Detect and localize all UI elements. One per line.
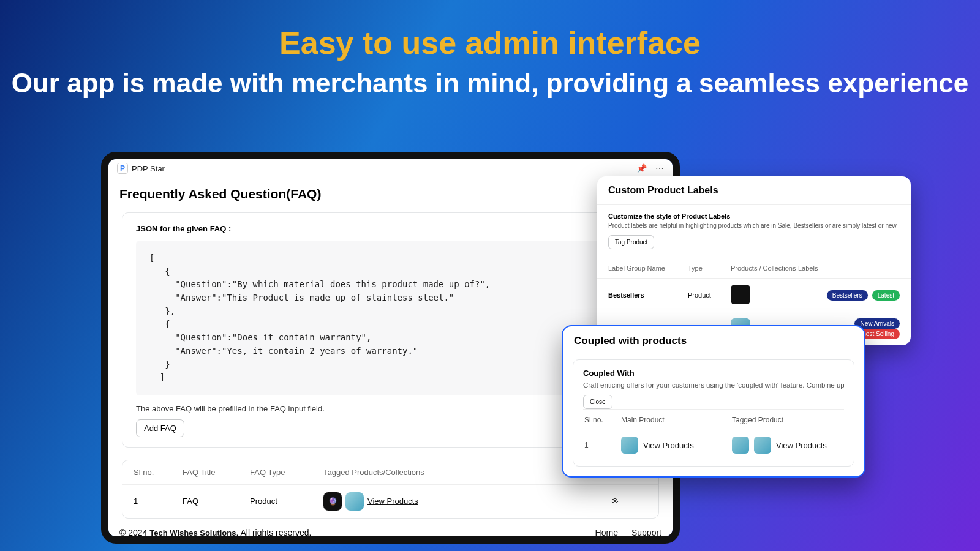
coupled-row: 1 View Products View Products — [583, 430, 844, 460]
app-topbar: P PDP Star 📌 ⋯ — [108, 159, 673, 178]
product-thumb-icon — [621, 437, 638, 454]
label-group-name: Bestsellers — [608, 291, 688, 299]
faq-table-row: 1 FAQ Product 🔮 View Products 👁 — [123, 485, 658, 518]
coupled-col-sl: Sl no. — [584, 416, 621, 424]
coupled-card-desc: Craft enticing offers for your customers… — [583, 381, 844, 389]
col-type: FAQ Type — [250, 468, 323, 477]
more-icon[interactable]: ⋯ — [655, 163, 664, 173]
cell-title: FAQ — [183, 497, 250, 506]
json-label: JSON for the given FAQ : — [136, 224, 645, 233]
labels-col-type: Type — [688, 264, 731, 272]
coupled-col-tagged: Tagged Product — [732, 416, 843, 424]
pin-icon[interactable]: 📌 — [636, 163, 647, 173]
copyright-suffix: . All rights reserved. — [236, 528, 311, 538]
coupled-sl: 1 — [584, 441, 621, 449]
add-faq-button[interactable]: Add FAQ — [136, 419, 184, 437]
product-thumb-icon — [754, 437, 771, 454]
custom-labels-panel: Custom Product Labels Customize the styl… — [597, 176, 911, 345]
coupled-col-main: Main Product — [621, 416, 732, 424]
col-title: FAQ Title — [183, 468, 250, 477]
coupled-title: Coupled with products — [563, 326, 864, 356]
col-sl: Sl no. — [134, 468, 183, 477]
product-thumb-icon — [345, 492, 364, 511]
product-thumb-icon — [731, 285, 750, 304]
view-products-link[interactable]: View Products — [776, 441, 827, 450]
label-pill: Bestsellers — [827, 290, 868, 301]
labels-panel-title: Custom Product Labels — [597, 176, 911, 205]
cell-sl: 1 — [134, 497, 183, 506]
company-link[interactable]: Tech Wishes Solutions — [149, 528, 236, 538]
app-logo-icon: P — [117, 163, 128, 174]
labels-col-pc: Products / Collections — [731, 264, 798, 272]
labels-row: Bestsellers Product Bestsellers Latest — [597, 278, 911, 312]
page-title: Frequently Asked Question(FAQ) — [108, 178, 673, 210]
coupled-card-heading: Coupled With — [583, 369, 844, 378]
labels-sub-heading: Customize the style of Product Labels — [608, 212, 900, 220]
view-products-link[interactable]: View Products — [643, 441, 694, 450]
labels-col-labels: Labels — [798, 264, 900, 272]
close-button[interactable]: Close — [583, 395, 612, 409]
copyright-prefix: © 2024 — [119, 528, 149, 538]
label-type: Product — [688, 291, 731, 299]
app-name: PDP Star — [132, 164, 165, 173]
coupled-panel: Coupled with products Coupled With Craft… — [562, 325, 865, 478]
labels-col-name: Label Group Name — [608, 264, 688, 272]
hero-subtitle: Our app is made with merchants in mind, … — [0, 66, 980, 100]
labels-sub-desc: Product labels are helpful in highlighti… — [608, 222, 900, 229]
view-products-link[interactable]: View Products — [368, 497, 418, 506]
hero-title: Easy to use admin interface — [0, 24, 980, 61]
product-thumb-icon — [732, 437, 749, 454]
label-pill: Latest — [872, 290, 900, 301]
footer-support-link[interactable]: Support — [631, 528, 662, 538]
footer: © 2024 Tech Wishes Solutions. All rights… — [108, 519, 673, 544]
product-thumb-icon: 🔮 — [323, 492, 342, 511]
footer-home-link[interactable]: Home — [595, 528, 618, 538]
cell-type: Product — [250, 497, 323, 506]
tag-product-button[interactable]: Tag Product — [608, 235, 654, 249]
eye-icon[interactable]: 👁 — [611, 496, 647, 506]
